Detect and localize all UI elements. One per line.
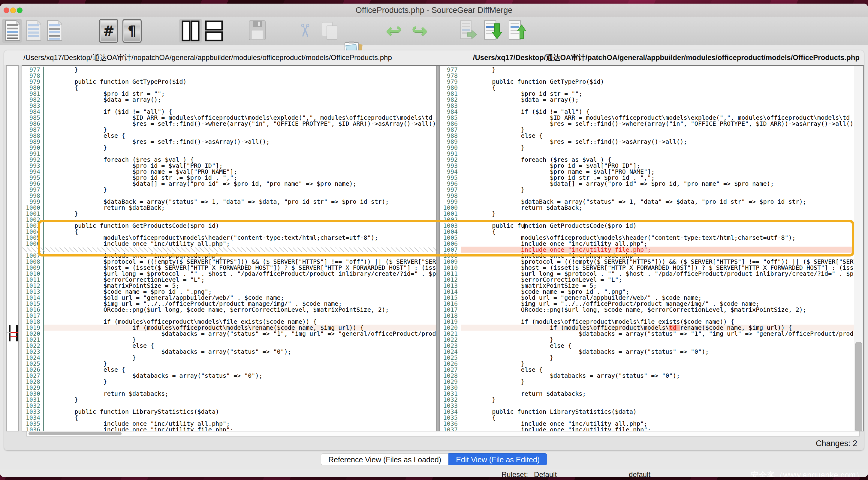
reference-view-button[interactable]: Reference View (Files as Loaded) [321, 453, 448, 465]
code-text: $code_name = $pro_id . ".png"; [44, 289, 436, 295]
code-line: 1033 public function LibraryStatistics($… [22, 409, 436, 415]
code-text: include_once "inc/utility_file.php"; [44, 426, 436, 431]
file-diff-view-icon[interactable] [4, 20, 21, 42]
copy-icon[interactable] [320, 20, 339, 41]
line-number: 995 [440, 174, 461, 181]
code-line: 986 $res = self::find()->where(array("in… [440, 121, 854, 127]
code-text: } [461, 67, 854, 73]
line-number: 1033 [440, 403, 461, 409]
line-number: 983 [22, 103, 44, 108]
code-line: 997 } [440, 187, 854, 193]
overview-left-bar [9, 325, 10, 342]
code-line: 998 [22, 193, 436, 199]
code-text: include_once "inc/phpqrcode.php"; [461, 253, 854, 259]
code-text: $pro_id_str = ""; [44, 91, 436, 97]
code-line: 1000 return $dataBack; [440, 204, 854, 211]
code-line: 1004 { [22, 229, 436, 234]
edit-view-button[interactable]: Edit View (File as Edited) [448, 453, 547, 465]
code-text: return $databacks; [461, 391, 854, 396]
change-overview-strip[interactable] [6, 65, 19, 431]
line-numbers-button[interactable]: # [99, 19, 118, 43]
close-window-icon[interactable] [4, 7, 9, 13]
right-file-panel[interactable]: 977 }978979 public function GetTypePro($… [440, 66, 854, 431]
code-text: $databacks = array("status" => "0"); [44, 349, 436, 355]
line-number: 1016 [440, 300, 461, 307]
horizontal-scrollbar[interactable] [26, 431, 860, 437]
line-number: 1005 [440, 234, 461, 241]
code-line: 1032 [22, 403, 436, 409]
right-file-path: /Users/xq17/Desktop/通达OA审计/patchOA/gener… [473, 53, 864, 62]
code-line: 990 } [22, 145, 436, 151]
code-line: 985 $ID_ARR = modules\officeproduct\mode… [22, 115, 436, 121]
code-text: foreach ($res as $val ) { [44, 157, 436, 163]
code-line: 1036 include_once "inc/utility_all.php"; [440, 421, 854, 426]
edit-view-icon[interactable] [46, 20, 63, 42]
line-number: 995 [22, 174, 44, 181]
apply-change-up-icon[interactable] [508, 20, 527, 42]
code-text: } [44, 379, 436, 385]
code-text [461, 217, 854, 223]
minimize-window-icon[interactable] [10, 7, 16, 13]
code-line: 1015 $img_url = "../../officeProduct/pro… [22, 300, 436, 307]
code-line: 1026 } [440, 361, 854, 366]
code-line: 1034 { [22, 415, 436, 421]
code-text: $host = (isset($_SERVER["HTTP_X_FORWARDE… [44, 265, 436, 270]
code-text: { [461, 415, 854, 421]
code-text: } [44, 127, 436, 133]
save-icon[interactable] [249, 20, 266, 42]
code-line: 995 $pro_id_str .= $pro_id . ","; [22, 174, 436, 181]
code-text [461, 313, 854, 319]
code-segment: nction GetProductsCode($pro_id) [525, 223, 637, 229]
code-text: $pro_id_str = ""; [461, 91, 854, 97]
split-vertical-button[interactable] [181, 20, 200, 43]
redo-icon[interactable]: ↪ [412, 20, 427, 42]
code-line: 1025 } [440, 355, 854, 361]
left-file-panel[interactable]: 977 }978979 public function GetTypePro($… [22, 66, 436, 431]
file-path-bar: /Users/xq17/Desktop/通达OA审计/nopatchOA/gen… [4, 51, 864, 65]
zoom-window-icon[interactable] [17, 7, 23, 13]
line-number: 991 [22, 151, 44, 157]
cut-icon[interactable]: ✂ [297, 20, 312, 41]
code-text: $pro_id_str .= $pro_id . ","; [461, 174, 854, 181]
code-line: 1023 else { [440, 343, 854, 349]
line-number: 994 [22, 169, 44, 174]
code-text: if (modules\officeproduct\models\td_rena… [461, 325, 854, 330]
code-line: 1016 $img_url = "../../officeProduct/pro… [440, 300, 854, 307]
line-number: 983 [440, 103, 461, 108]
show-invisibles-button[interactable]: ¶ [122, 19, 142, 43]
code-text: else { [44, 133, 436, 138]
line-number: 984 [22, 108, 44, 115]
code-line: 987 } [22, 127, 436, 133]
code-text: $pro_name = $val["PRO_NAME"]; [461, 169, 854, 174]
reference-view-icon[interactable] [25, 20, 42, 42]
apply-change-down-icon[interactable] [484, 20, 502, 42]
apply-change-right-icon[interactable] [460, 20, 478, 42]
vertical-scrollbar-thumb[interactable] [855, 342, 862, 431]
line-number: 1013 [22, 289, 44, 295]
line-number: 997 [22, 187, 44, 193]
code-line: 1036 include_once "inc/utility_file.php"… [22, 426, 436, 431]
code-line: 1019 if (modules\officeproduct\models\fi… [440, 319, 854, 325]
code-text: } [44, 355, 436, 361]
code-line: 1007 include_once "inc/utility_file.php"… [440, 247, 854, 253]
line-number: 1021 [22, 337, 44, 343]
line-number: 1005 [22, 234, 44, 241]
code-line: 1009 $protocol = ((!empty($_SERVER["HTTP… [440, 259, 854, 265]
horizontal-scrollbar-thumb[interactable] [29, 432, 122, 435]
code-text: include_once "inc/utility_all.php"; [44, 421, 436, 426]
line-number: 1030 [440, 385, 461, 391]
line-number: 987 [440, 127, 461, 133]
line-number: 1030 [22, 391, 44, 396]
vertical-scrollbar[interactable] [854, 66, 863, 431]
titlebar[interactable]: OfficeProducts.php - SourceGear DiffMerg… [0, 4, 868, 17]
code-line: 1002 [440, 217, 854, 223]
line-number: 1000 [22, 204, 44, 211]
line-number: 1019 [440, 319, 461, 325]
undo-icon[interactable]: ↩ [386, 20, 402, 42]
code-line: 999 $dataBack = array("status" => 1, "da… [440, 199, 854, 204]
line-number: 1004 [440, 229, 461, 234]
line-number: 1018 [440, 313, 461, 319]
split-horizontal-button[interactable] [205, 20, 223, 43]
code-text [44, 403, 436, 409]
panel-divider[interactable] [436, 66, 440, 431]
